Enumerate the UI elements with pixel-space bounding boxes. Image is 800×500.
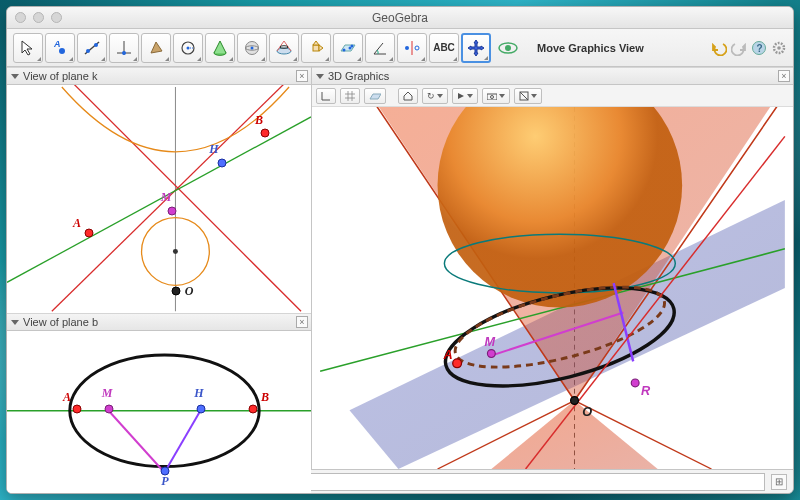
point-M[interactable]: [168, 207, 177, 216]
svg-point-62: [453, 359, 462, 368]
preferences-icon[interactable]: [771, 40, 787, 56]
perpendicular-tool[interactable]: [109, 33, 139, 63]
close-icon[interactable]: ×: [296, 70, 308, 82]
text-tool[interactable]: ABC: [429, 33, 459, 63]
plane-k-svg: [7, 85, 311, 313]
capture-button[interactable]: [482, 88, 510, 104]
point-B[interactable]: [261, 129, 270, 138]
label-P-b: P: [161, 474, 168, 489]
chevron-down-icon[interactable]: [316, 74, 324, 79]
move-tool[interactable]: [13, 33, 43, 63]
svg-point-64: [487, 350, 495, 358]
close-icon[interactable]: ×: [778, 70, 790, 82]
svg-text:A: A: [442, 347, 452, 362]
label-B: B: [255, 113, 263, 128]
svg-text:?: ?: [757, 43, 763, 54]
plane-b-canvas[interactable]: A M H B P: [7, 331, 311, 494]
svg-line-51: [520, 92, 528, 100]
point-O[interactable]: [172, 287, 181, 296]
svg-marker-8: [151, 42, 162, 53]
window-title: GeoGebra: [372, 11, 428, 25]
svg-marker-20: [319, 45, 323, 51]
move-view-tool[interactable]: [461, 33, 491, 63]
home-button[interactable]: [398, 88, 418, 104]
svg-text:A: A: [53, 39, 61, 49]
point-H-b[interactable]: [197, 405, 206, 414]
panel-plane-k: View of plane k × A: [7, 67, 311, 313]
label-A-b: A: [63, 390, 71, 405]
toggle-plane-button[interactable]: [364, 88, 386, 104]
right-column: 3D Graphics × ↻: [312, 67, 793, 469]
point-A[interactable]: [85, 229, 94, 238]
label-M-b: M: [102, 386, 113, 401]
panel-plane-b-header[interactable]: View of plane b ×: [7, 313, 311, 331]
left-column: View of plane k × A: [7, 67, 312, 469]
svg-rect-18: [313, 45, 319, 51]
circle-tool[interactable]: [173, 33, 203, 63]
net-tool[interactable]: [301, 33, 331, 63]
svg-point-7: [122, 51, 126, 55]
panel-plane-b-title: View of plane b: [23, 316, 98, 328]
svg-point-3: [86, 49, 90, 53]
panel-plane-k-title: View of plane k: [23, 70, 97, 82]
window-controls[interactable]: [15, 12, 62, 23]
help-icon[interactable]: ?: [751, 40, 767, 56]
reflect-tool[interactable]: [397, 33, 427, 63]
svg-point-15: [251, 46, 254, 49]
label-B-b: B: [261, 390, 269, 405]
close-icon[interactable]: ×: [296, 316, 308, 328]
polygon-tool[interactable]: [141, 33, 171, 63]
app-window: GeoGebra A ABC Move Graphics View ?: [6, 6, 794, 494]
projection-button[interactable]: [514, 88, 542, 104]
point-H[interactable]: [218, 159, 227, 168]
svg-point-49: [491, 95, 494, 98]
sphere-tool[interactable]: [237, 33, 267, 63]
chevron-down-icon[interactable]: [11, 320, 19, 325]
workspace: View of plane k × A: [7, 67, 793, 469]
visibility-tool[interactable]: [493, 33, 523, 63]
label-A: A: [73, 216, 81, 231]
titlebar[interactable]: GeoGebra: [7, 7, 793, 29]
redo-icon[interactable]: [731, 40, 747, 56]
svg-text:O: O: [582, 404, 592, 419]
graphics3d-canvas[interactable]: A M R O: [312, 107, 793, 469]
toggle-grid-button[interactable]: [340, 88, 360, 104]
undo-icon[interactable]: [711, 40, 727, 56]
svg-marker-19: [313, 41, 319, 45]
svg-point-66: [631, 379, 639, 387]
graphics3d-svg: A M R O: [312, 107, 793, 469]
svg-text:R: R: [641, 383, 651, 398]
plane-tool[interactable]: [333, 33, 363, 63]
minimize-window-button[interactable]: [33, 12, 44, 23]
svg-point-16: [277, 48, 291, 54]
point-A-b[interactable]: [73, 405, 82, 414]
svg-text:M: M: [485, 334, 496, 349]
plane-k-canvas[interactable]: A M H B O: [7, 85, 311, 313]
svg-line-37: [7, 117, 311, 282]
close-window-button[interactable]: [15, 12, 26, 23]
svg-point-24: [351, 44, 354, 47]
svg-line-36: [67, 85, 301, 311]
label-M: M: [161, 190, 172, 205]
label-H: H: [209, 142, 218, 157]
start-rotation-button[interactable]: [452, 88, 478, 104]
panel-3d-header[interactable]: 3D Graphics ×: [312, 67, 793, 85]
line-tool[interactable]: [77, 33, 107, 63]
input-assist-button[interactable]: ⊞: [771, 474, 787, 490]
rotate-view-button[interactable]: ↻: [422, 88, 448, 104]
svg-point-39: [173, 249, 178, 254]
point-M-b[interactable]: [105, 405, 114, 414]
zoom-window-button[interactable]: [51, 12, 62, 23]
svg-point-27: [415, 46, 419, 50]
chevron-down-icon[interactable]: [11, 74, 19, 79]
point-B-b[interactable]: [249, 405, 258, 414]
cone-tool[interactable]: [205, 33, 235, 63]
toggle-axes-button[interactable]: [316, 88, 336, 104]
intersection-tool[interactable]: [269, 33, 299, 63]
svg-point-4: [94, 43, 98, 47]
angle-tool[interactable]: [365, 33, 395, 63]
panel-plane-b: View of plane b × A M H: [7, 313, 311, 494]
point-tool[interactable]: A: [45, 33, 75, 63]
svg-point-22: [343, 48, 346, 51]
panel-plane-k-header[interactable]: View of plane k ×: [7, 67, 311, 85]
